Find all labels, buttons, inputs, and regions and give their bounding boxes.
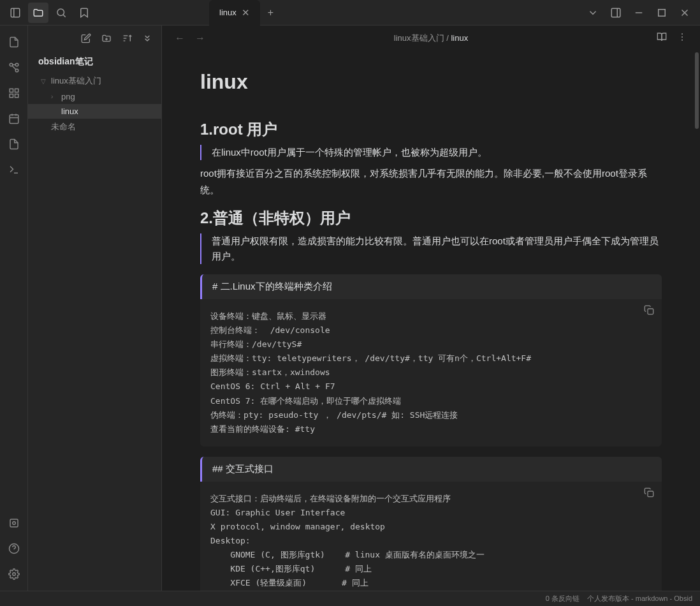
tab-linux[interactable]: linux ✕ — [209, 0, 260, 26]
sort-icon[interactable] — [118, 29, 136, 47]
code-block-interface: ## 交互式接口 交互式接口：启动终端后，在终端设备附加的一个交互式应用程序 G… — [200, 457, 662, 591]
status-backlinks[interactable]: 0 条反向链 — [546, 594, 580, 603]
close-window-button[interactable] — [674, 3, 695, 23]
breadcrumb[interactable]: linux基础入门 / linux — [213, 33, 649, 44]
code-header: ## 交互式接口 — [200, 457, 662, 482]
graph-view-icon[interactable] — [3, 56, 26, 79]
ribbon — [0, 26, 28, 591]
svg-point-37 — [682, 40, 683, 41]
svg-point-25 — [12, 522, 15, 525]
svg-line-3 — [63, 15, 66, 17]
file-tree: ▽ linux基础入门 › png linux 未命名 — [28, 73, 161, 591]
new-note-icon[interactable] — [77, 29, 95, 47]
svg-rect-39 — [648, 491, 653, 497]
svg-point-2 — [57, 9, 64, 16]
quote-block: 在linux中root用户属于一个特殊的管理帐户，也被称为超级用户。 — [200, 145, 662, 160]
svg-rect-7 — [659, 9, 666, 16]
chevron-down-icon[interactable] — [583, 3, 603, 23]
new-tab-button[interactable]: + — [260, 7, 281, 18]
status-version: 个人发布版本 - markdown - Obsid — [587, 594, 692, 603]
svg-rect-4 — [611, 8, 620, 17]
minimize-button[interactable] — [629, 3, 649, 23]
svg-rect-15 — [10, 89, 13, 92]
tree-label: 未命名 — [51, 121, 76, 133]
quote-block: 普通用户权限有限，造成损害的能力比较有限。普通用户也可以在root或者管理员用户… — [200, 233, 662, 264]
svg-point-35 — [682, 33, 683, 34]
reading-mode-icon[interactable] — [654, 29, 669, 47]
statusbar: 0 条反向链 个人发布版本 - markdown - Obsid — [0, 591, 700, 606]
close-tab-icon[interactable]: ✕ — [242, 7, 250, 18]
heading-normal-user: 2.普通（非特权）用户 — [200, 208, 662, 228]
canvas-icon[interactable] — [3, 82, 26, 105]
tree-file-linux[interactable]: linux — [28, 104, 161, 119]
editor-area: ← → linux基础入门 / linux linux 1.root 用户 在l… — [162, 26, 700, 591]
svg-point-12 — [15, 63, 18, 66]
svg-rect-0 — [11, 8, 20, 17]
new-folder-icon[interactable] — [98, 29, 115, 47]
body-text: root拥有接近百分之百的系统控制权限，对系统损害几乎有无限的能力。除非必要,一… — [200, 165, 662, 198]
vault-name: obsidian笔记 — [28, 51, 161, 73]
sidebar: obsidian笔记 ▽ linux基础入门 › png linux 未命名 — [28, 26, 162, 591]
nav-forward-icon[interactable]: → — [193, 30, 208, 47]
breadcrumb-parent: linux基础入门 — [394, 33, 444, 43]
sidebar-toggle-right-icon[interactable] — [606, 3, 626, 23]
code-body: 设备终端：键盘、鼠标、显示器 控制台终端： /dev/console 串行终端：… — [200, 299, 662, 447]
copy-icon[interactable] — [644, 487, 654, 500]
svg-point-36 — [682, 36, 683, 38]
more-options-icon[interactable] — [674, 29, 690, 47]
editor-content[interactable]: linux 1.root 用户 在linux中root用户属于一个特殊的管理帐户… — [162, 51, 700, 591]
bookmark-icon[interactable] — [74, 3, 94, 23]
sidebar-toggle-left-icon[interactable] — [5, 3, 26, 23]
code-header: # 二.Linux下的终端种类介绍 — [200, 274, 662, 299]
tree-folder-png[interactable]: › png — [28, 89, 161, 104]
svg-rect-17 — [15, 94, 18, 98]
code-body: 交互式接口：启动终端后，在终端设备附加的一个交互式应用程序 GUI: Graph… — [200, 482, 662, 591]
nav-back-icon[interactable]: ← — [172, 30, 187, 47]
heading-root-user: 1.root 用户 — [200, 119, 662, 140]
copy-icon[interactable] — [644, 305, 654, 318]
search-icon[interactable] — [51, 3, 71, 23]
chevron-down-icon: ▽ — [41, 78, 51, 85]
svg-point-28 — [12, 573, 15, 576]
scrollbar[interactable] — [694, 51, 700, 591]
daily-note-icon[interactable] — [3, 107, 26, 130]
breadcrumb-current: linux — [451, 33, 468, 43]
quick-switcher-icon[interactable] — [3, 31, 26, 54]
svg-line-13 — [12, 66, 16, 70]
note-title: linux — [200, 70, 662, 94]
code-block-terminals: # 二.Linux下的终端种类介绍 设备终端：键盘、鼠标、显示器 控制台终端： … — [200, 274, 662, 447]
settings-icon[interactable] — [3, 563, 26, 586]
command-palette-icon[interactable] — [3, 158, 26, 181]
svg-rect-18 — [10, 94, 13, 98]
svg-rect-16 — [15, 89, 18, 92]
tree-label: png — [61, 92, 75, 101]
svg-rect-24 — [10, 519, 18, 527]
tree-label: linux基础入门 — [51, 75, 101, 87]
tree-file-untitled[interactable]: 未命名 — [28, 119, 161, 135]
maximize-button[interactable] — [652, 3, 672, 23]
templates-icon[interactable] — [3, 133, 26, 156]
svg-rect-38 — [648, 309, 653, 314]
titlebar: linux ✕ + — [0, 0, 700, 26]
tab-title: linux — [219, 8, 237, 17]
tree-label: linux — [61, 107, 78, 116]
vault-icon[interactable] — [3, 512, 26, 535]
tree-folder-linux-basics[interactable]: ▽ linux基础入门 — [28, 73, 161, 89]
svg-rect-19 — [10, 115, 18, 124]
help-icon[interactable] — [3, 537, 26, 560]
scrollbar-thumb[interactable] — [695, 52, 699, 129]
collapse-icon[interactable] — [138, 29, 156, 47]
files-icon[interactable] — [28, 3, 48, 23]
chevron-right-icon: › — [51, 93, 61, 100]
